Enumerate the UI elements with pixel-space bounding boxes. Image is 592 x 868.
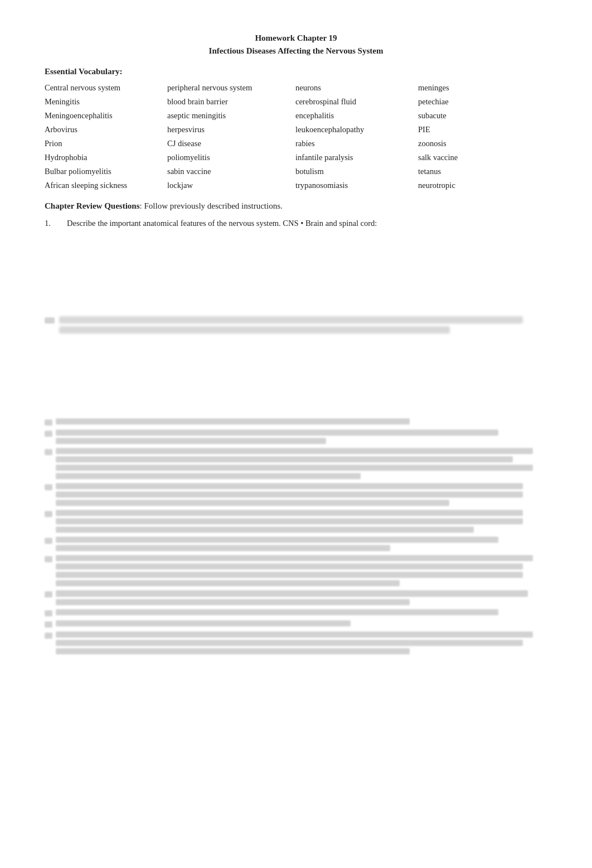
blurred-question-2 [45,316,547,334]
question-num-1: 1. [45,219,67,228]
vocab-cell: rabies [295,139,418,148]
blurred-list-item [45,590,547,605]
blurred-list-item [45,430,547,444]
vocab-cell: Arbovirus [45,125,167,134]
vocab-cell: PIE [418,125,507,134]
vocab-cell: salk vaccine [418,153,507,162]
question-text-1: Describe the important anatomical featur… [67,219,547,228]
vocab-cell: aseptic meningitis [167,111,295,120]
vocab-cell-prion: Prion [45,139,167,148]
blurred-list-item [45,448,547,479]
vocab-cell: encephalitis [295,111,418,120]
vocab-cell: Hydrophobia [45,153,167,162]
vocab-cell: trypanosomiasis [295,181,418,190]
blurred-list-item [45,537,547,551]
vocab-cell: poliomyelitis [167,153,295,162]
vocab-grid: Central nervous system peripheral nervou… [45,83,547,190]
vocab-cell: botulism [295,167,418,176]
vocab-cell: meninges [418,83,507,93]
vocab-cell: Bulbar poliomyelitis [45,167,167,176]
blurred-list-item [45,620,547,628]
vocab-cell: subacute [418,111,507,120]
chapter-review-bold: Chapter Review Questions [45,201,140,210]
vocab-cell: tetanus [418,167,507,176]
answer-space-1 [45,234,547,306]
blurred-list-item [45,631,547,654]
vocab-cell: blood brain barrier [167,97,295,107]
vocab-cell: CJ disease [167,139,295,148]
blurred-list-item [45,483,547,506]
blurred-list-item [45,555,547,586]
vocab-cell: sabin vaccine [167,167,295,176]
vocab-cell: Central nervous system [45,83,167,93]
vocab-cell: zoonosis [418,139,507,148]
vocab-cell: cerebrospinal fluid [295,97,418,107]
vocab-cell: Meningitis [45,97,167,107]
vocab-cell: herpesvirus [167,125,295,134]
vocab-cell-infantile-paralysis: infantile paralysis [295,153,418,162]
blurred-list-item [45,418,547,426]
vocab-cell: neurons [295,83,418,93]
vocab-header: Essential Vocabulary: [45,67,547,76]
page-subtitle: Infectious Diseases Affecting the Nervou… [45,46,547,56]
chapter-review-label: Chapter Review Questions: Follow previou… [45,201,547,211]
vocab-cell: Meningoencephalitis [45,111,167,120]
vocab-cell: neurotropic [418,181,507,190]
vocab-cell: petechiae [418,97,507,107]
vocab-cell: lockjaw [167,181,295,190]
vocab-cell: peripheral nervous system [167,83,295,93]
page-title: Homework Chapter 19 [45,33,547,43]
blurred-list-item [45,609,547,616]
vocab-cell: African sleeping sickness [45,181,167,190]
blurred-list-item [45,510,547,533]
vocab-cell: leukoencephalopathy [295,125,418,134]
question-item-1: 1. Describe the important anatomical fea… [45,219,547,228]
question-block: 1. Describe the important anatomical fea… [45,219,547,228]
answer-space-2 [45,339,547,406]
blurred-questions-list [45,418,547,654]
